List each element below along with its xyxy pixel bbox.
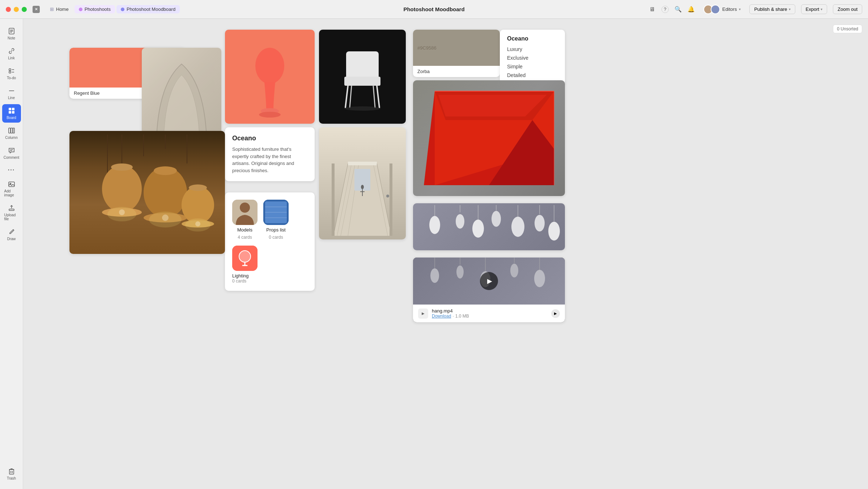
svg-rect-13 [9, 128, 10, 133]
sidebar-item-add-image[interactable]: Add image [2, 178, 21, 200]
section-row-1: Models 4 cards Props list [232, 200, 307, 240]
svg-point-27 [259, 112, 281, 118]
main-canvas[interactable]: 0 Unsorted Regent Blue [23, 19, 868, 489]
sidebar-item-more[interactable]: ··· [2, 164, 21, 176]
play-button[interactable] [480, 272, 498, 290]
svg-point-36 [239, 251, 251, 262]
svg-point-29 [240, 203, 250, 213]
sidebar-item-trash[interactable]: Trash [2, 465, 21, 483]
page-title: Photoshoot Moodboard [403, 6, 464, 12]
sidebar-upload-label: Upload file [4, 213, 19, 221]
publish-button[interactable]: Publish & share ▾ [749, 4, 795, 14]
dark-chair-card[interactable] [319, 30, 406, 124]
tab-photoshoots[interactable]: Photoshoots [75, 5, 115, 13]
hanging-lamps-image [69, 131, 225, 254]
hanging-lamps-card[interactable] [69, 131, 225, 254]
svg-point-92 [472, 220, 484, 238]
maximize-button[interactable] [22, 7, 27, 12]
publish-chevron: ▾ [789, 7, 791, 11]
goblet-card[interactable] [225, 30, 315, 124]
oceano-body: Sophisticated furniture that's expertly … [232, 146, 307, 174]
red-object-image [413, 80, 565, 196]
models-section[interactable]: Models 4 cards [232, 200, 258, 240]
svg-rect-57 [346, 51, 379, 80]
oceano-title: Oceano [232, 135, 307, 142]
add-image-icon [8, 180, 15, 188]
zoom-button[interactable]: Zoom out [833, 4, 862, 14]
red-object-card[interactable] [413, 80, 565, 196]
sidebar-item-note[interactable]: Note [2, 25, 21, 43]
tab-home[interactable]: ⊞ Home [46, 5, 73, 13]
close-button[interactable] [6, 7, 11, 12]
sidebar-item-draw[interactable]: Draw [2, 225, 21, 244]
oceano-text-card[interactable]: Oceano Sophisticated furniture that's ex… [225, 127, 315, 181]
tag-detailed: Detailed [507, 71, 558, 80]
video-download-link[interactable]: Download [432, 314, 451, 319]
svg-point-25 [255, 48, 284, 84]
video-play-small[interactable]: ▶ [551, 309, 560, 318]
export-chevron: ▾ [821, 7, 822, 11]
tab-moodboard[interactable]: Photoshoot Moodboard [116, 5, 180, 13]
sidebar-note-label: Note [8, 36, 15, 40]
models-label: Models [237, 227, 252, 233]
sidebar-add-image-label: Add image [4, 189, 19, 197]
video-filename: hang.mp4 [432, 308, 548, 314]
svg-point-100 [548, 222, 560, 241]
sidebar-item-board[interactable]: Board [2, 104, 21, 123]
bell-icon[interactable]: 🔔 [688, 6, 695, 13]
sidebar-item-comment[interactable]: Comment [2, 144, 21, 162]
avatar-2 [711, 5, 720, 14]
svg-point-111 [534, 270, 545, 287]
svg-line-61 [350, 86, 352, 107]
export-button[interactable]: Export ▾ [801, 4, 827, 14]
sidebar-item-column[interactable]: Column [2, 124, 21, 143]
sidebar-item-link[interactable]: Link [2, 44, 21, 63]
sidebar-item-upload[interactable]: Upload file [2, 201, 21, 224]
video-card[interactable]: ▶ hang.mp4 Download · 1.0 MB ▶ [413, 258, 565, 322]
svg-rect-4 [9, 69, 11, 71]
sidebar-link-label: Link [8, 56, 14, 60]
oceano-swatch-color: #9C9586 [413, 30, 500, 66]
sidebar-item-todo[interactable]: To-do [2, 64, 21, 83]
lighting-section[interactable]: Lighting 0 cards [232, 246, 307, 284]
tag-exclusive: Exclusive [507, 54, 558, 62]
editor-avatars [703, 5, 720, 14]
sidebar-comment-label: Comment [4, 156, 19, 160]
props-icon [263, 200, 289, 225]
corridor-image [319, 127, 406, 239]
editors-button[interactable]: Editors ▾ [701, 3, 744, 16]
svg-point-76 [361, 185, 364, 189]
video-info: hang.mp4 Download · 1.0 MB [432, 308, 548, 319]
oceano-tag-card[interactable]: Oceano Luxury Exclusive Simple Detailed [500, 30, 565, 85]
svg-point-56 [185, 218, 210, 231]
search-icon[interactable]: 🔍 [675, 6, 682, 13]
svg-point-43 [111, 163, 133, 171]
svg-line-62 [373, 86, 375, 107]
sidebar-board-label: Board [7, 116, 16, 120]
goblet-svg [248, 44, 292, 124]
svg-rect-14 [11, 128, 13, 133]
upload-icon [8, 204, 15, 212]
sections-card[interactable]: Models 4 cards Props list [225, 192, 315, 291]
minimize-button[interactable] [14, 7, 19, 12]
tab-photoshoots-label: Photoshoots [85, 7, 111, 12]
oceano-swatch-card[interactable]: #9C9586 Zorba [413, 30, 500, 77]
svg-point-47 [154, 166, 177, 175]
titlebar-icons: 🖥 ? 🔍 🔔 [648, 6, 695, 13]
corridor-card[interactable] [319, 127, 406, 239]
more-icon: ··· [8, 167, 15, 173]
white-drops-card[interactable] [413, 203, 565, 250]
video-file-icon: ▶ [418, 309, 428, 319]
monitor-icon[interactable]: 🖥 [648, 6, 656, 13]
sidebar-column-label: Column [5, 136, 17, 140]
help-icon[interactable]: ? [661, 6, 669, 13]
drops-svg [417, 205, 561, 248]
svg-rect-12 [12, 111, 14, 114]
trash-icon [8, 468, 15, 475]
models-count: 4 cards [238, 235, 252, 240]
svg-point-94 [492, 211, 501, 227]
svg-rect-21 [9, 469, 14, 474]
props-section[interactable]: Props list 0 cards [263, 200, 289, 240]
sidebar-item-line[interactable]: Line [2, 84, 21, 103]
canvas-content: Regent Blue [48, 26, 843, 460]
